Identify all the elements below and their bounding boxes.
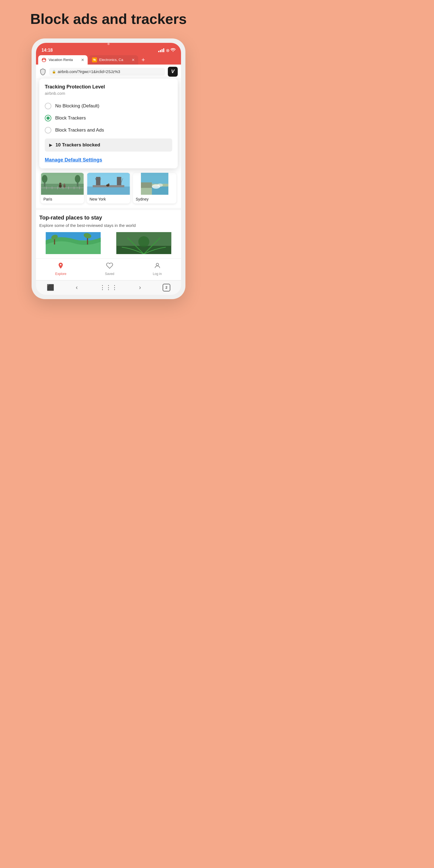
destinations-row: Paris bbox=[36, 168, 181, 208]
vivaldi-button[interactable]: V bbox=[168, 67, 178, 76]
forward-button[interactable]: › bbox=[139, 284, 141, 291]
radio-block-trackers[interactable]: Block Trackers bbox=[45, 112, 172, 124]
radio-block-trackers-label: Block Trackers bbox=[55, 115, 86, 121]
url-bar: 🔒 airbnb.com/?irgwc=1&irclid=2SJz%3 V bbox=[36, 65, 181, 79]
popup-title: Tracking Protection Level bbox=[45, 84, 172, 90]
tab-count: 2 bbox=[165, 285, 167, 289]
svg-rect-26 bbox=[117, 177, 121, 185]
sydney-image bbox=[133, 173, 176, 195]
status-icons: ⊗ bbox=[158, 48, 176, 53]
tab-airbnb[interactable]: Vacation Renta ✕ bbox=[38, 55, 88, 65]
amazon-favicon: 🛍 bbox=[92, 57, 97, 62]
trackers-blocked-count: 10 Trackers blocked bbox=[56, 142, 100, 148]
tab-airbnb-label: Vacation Renta bbox=[49, 58, 79, 62]
svg-rect-25 bbox=[96, 177, 100, 185]
newyork-label: New York bbox=[87, 195, 130, 204]
url-text: airbnb.com/?irgwc=1&irclid=2SJz%3 bbox=[58, 69, 120, 74]
radio-block-trackers-circle bbox=[45, 115, 51, 121]
phone-screen: 14:18 ⊗ Vacati bbox=[36, 43, 181, 295]
wifi-icon: ⊗ bbox=[166, 48, 176, 53]
signal-icon bbox=[158, 48, 164, 52]
radio-block-trackers-ads-label: Block Trackers and Ads bbox=[55, 127, 104, 133]
tab-electronics-label: Electronics, Ca bbox=[99, 58, 129, 62]
explore-icon bbox=[57, 262, 64, 271]
bottom-nav: Explore Saved bbox=[36, 258, 181, 280]
new-tab-button[interactable]: + bbox=[139, 56, 147, 63]
saved-icon bbox=[106, 262, 113, 271]
popup-domain: airbnb.com bbox=[45, 91, 172, 96]
paris-label: Paris bbox=[41, 195, 84, 204]
nav-explore[interactable]: Explore bbox=[55, 262, 66, 276]
paris-image bbox=[41, 173, 84, 195]
phone-frame: 14:18 ⊗ Vacati bbox=[32, 38, 185, 299]
sydney-label: Sydney bbox=[133, 195, 176, 204]
tab-electronics-close[interactable]: ✕ bbox=[131, 58, 135, 62]
saved-label: Saved bbox=[105, 272, 114, 276]
tab-electronics[interactable]: 🛍 Electronics, Ca ✕ bbox=[89, 55, 138, 65]
tracking-protection-popup: Tracking Protection Level airbnb.com No … bbox=[39, 79, 178, 168]
svg-rect-31 bbox=[141, 182, 152, 188]
newyork-image bbox=[87, 173, 130, 195]
svg-point-43 bbox=[138, 236, 149, 247]
explore-label: Explore bbox=[55, 272, 66, 276]
browser-content: Paris bbox=[36, 168, 181, 280]
radio-no-blocking-circle bbox=[45, 103, 51, 109]
login-icon bbox=[154, 262, 161, 271]
nav-login[interactable]: Log in bbox=[153, 262, 162, 276]
phone-notch bbox=[36, 43, 181, 45]
svg-point-44 bbox=[156, 263, 158, 266]
radio-selected-dot bbox=[46, 117, 50, 120]
url-display[interactable]: 🔒 airbnb.com/?irgwc=1&irclid=2SJz%3 bbox=[49, 68, 165, 75]
camera-dot bbox=[107, 43, 110, 45]
nav-saved[interactable]: Saved bbox=[105, 262, 114, 276]
sidebar-toggle-button[interactable]: ⬛ bbox=[47, 284, 54, 291]
trackers-blocked-row[interactable]: ▶ 10 Trackers blocked bbox=[45, 138, 172, 152]
browser-toolbar: ⬛ ‹ ⋮⋮⋮ › 2 bbox=[36, 280, 181, 295]
vivaldi-v-icon: V bbox=[171, 69, 175, 74]
apps-button[interactable]: ⋮⋮⋮ bbox=[99, 284, 118, 291]
svg-point-9 bbox=[64, 184, 65, 185]
status-bar: 14:18 ⊗ bbox=[36, 45, 181, 55]
top-rated-subtitle: Explore some of the best-reviewed stays … bbox=[39, 222, 178, 228]
back-button[interactable]: ‹ bbox=[76, 284, 78, 291]
expand-arrow-icon: ▶ bbox=[49, 143, 52, 147]
radio-no-blocking[interactable]: No Blocking (Default) bbox=[45, 100, 172, 112]
status-time: 14:18 bbox=[41, 48, 53, 53]
svg-point-7 bbox=[59, 183, 62, 185]
svg-point-3 bbox=[42, 175, 48, 183]
svg-point-5 bbox=[75, 175, 81, 183]
stay-card-2[interactable] bbox=[110, 232, 178, 255]
stay-card-1[interactable] bbox=[39, 232, 107, 255]
browser-tabs-row: Vacation Renta ✕ 🛍 Electronics, Ca ✕ + bbox=[36, 55, 181, 65]
stays-row bbox=[39, 232, 178, 255]
svg-point-28 bbox=[108, 184, 110, 185]
tab-count-button[interactable]: 2 bbox=[163, 284, 170, 291]
shield-icon[interactable] bbox=[39, 68, 46, 75]
radio-block-trackers-ads-circle bbox=[45, 127, 51, 133]
newyork-card[interactable]: New York bbox=[87, 173, 130, 204]
top-rated-section: Top-rated places to stay Explore some of… bbox=[36, 210, 181, 258]
airbnb-favicon bbox=[41, 57, 46, 62]
manage-default-settings-link[interactable]: Manage Default Settings bbox=[45, 157, 102, 163]
tab-airbnb-close[interactable]: ✕ bbox=[81, 58, 84, 62]
svg-rect-19 bbox=[87, 187, 130, 195]
paris-card[interactable]: Paris bbox=[41, 173, 84, 204]
sydney-card[interactable]: Sydney bbox=[133, 173, 176, 204]
login-label: Log in bbox=[153, 272, 162, 276]
svg-point-34 bbox=[157, 184, 163, 187]
radio-block-trackers-ads[interactable]: Block Trackers and Ads bbox=[45, 124, 172, 136]
radio-no-blocking-label: No Blocking (Default) bbox=[55, 103, 99, 109]
lock-icon: 🔒 bbox=[52, 70, 56, 73]
top-rated-title: Top-rated places to stay bbox=[39, 215, 178, 221]
page-title: Block ads and trackers bbox=[30, 11, 187, 28]
